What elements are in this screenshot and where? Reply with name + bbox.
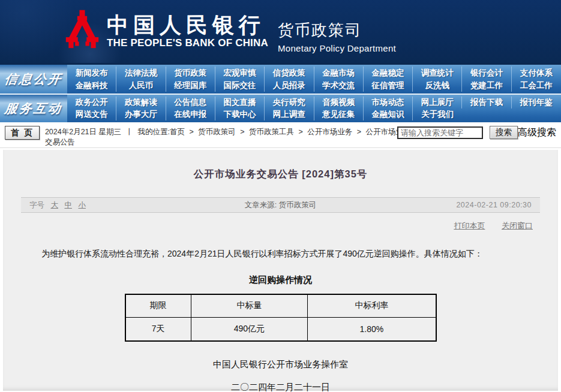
nav-item-macroprudential[interactable]: 宏观审慎 [215, 67, 265, 79]
article-panel: 公开市场业务交易公告 [2024]第35号 字号 大 中 小 文章来源: 货币政… [3, 150, 558, 391]
nav-item-online-notices[interactable]: 网送文告 [67, 108, 116, 120]
nav-item-audio-video[interactable]: 音频视频 [314, 97, 364, 108]
nav-item-recruitment[interactable]: 人员招录 [265, 79, 314, 92]
nav-item-financial-market[interactable]: 金融市场 [314, 67, 364, 79]
nav-item-bank-accounting[interactable]: 银行会计 [462, 67, 511, 79]
nav-item-statistics[interactable]: 调查统计 [413, 67, 462, 79]
breadcrumb-separator: > [357, 128, 361, 136]
home-button[interactable]: 首 页 [5, 126, 40, 140]
nav-row: 网送文告 办事大厅 在线申报 下载中心 网上调查 意见征集 金融知识 关于我们 [67, 108, 561, 120]
breadcrumb-link-open-market[interactable]: 公开市场业务 [307, 128, 352, 136]
col-header-rate: 中标利率 [308, 294, 436, 318]
table-title: 逆回购操作情况 [3, 275, 558, 286]
font-size-medium-link[interactable]: 中 [64, 201, 72, 209]
cell-volume: 490亿元 [191, 318, 308, 341]
col-header-volume: 中标量 [191, 294, 308, 318]
nav-item-about-us[interactable]: 关于我们 [413, 108, 462, 120]
main-navigation: 信息公开 新闻发布 法律法规 货币政策 宏观审慎 信贷政策 金融市场 金融稳定 … [0, 63, 561, 122]
nav-item-credit-policy[interactable]: 信贷政策 [265, 67, 314, 79]
nav-item-announcements[interactable]: 公告信息 [166, 97, 215, 108]
nav-item-party-building[interactable]: 党建工作 [462, 79, 511, 92]
nav-item-service-hall[interactable]: 办事大厅 [116, 108, 166, 120]
nav-item-report-download[interactable]: 报告下载 [462, 97, 511, 108]
search-area: 搜索 高级搜索 [397, 126, 556, 139]
close-window-link[interactable]: 关闭窗口 [502, 221, 533, 230]
breadcrumb-location-label: 我的位置:首页 [138, 128, 185, 136]
nav-row: 新闻发布 法律法规 货币政策 宏观审慎 信贷政策 金融市场 金融稳定 调查统计 … [67, 67, 561, 79]
nav-section-info-disclosure: 信息公开 新闻发布 法律法规 货币政策 宏观审慎 信贷政策 金融市场 金融稳定 … [0, 65, 561, 94]
nav-item-news[interactable]: 新闻发布 [67, 67, 116, 79]
nav-item-anti-money-laundering[interactable]: 反洗钱 [413, 79, 462, 92]
nav-section-service-interaction: 服务互动 政务公开 政策解读 公告信息 图文直播 央行研究 音频视频 市场动态 … [0, 94, 561, 122]
nav-item-academic[interactable]: 学术交流 [314, 79, 364, 92]
article-title: 公开市场业务交易公告 [2024]第35号 [3, 168, 558, 181]
department-name-en: Monetary Policy Department [278, 43, 396, 53]
nav-item-opinion-solicitation[interactable]: 意见征集 [314, 108, 364, 120]
col-header-term: 期限 [125, 294, 191, 318]
nav-row: 金融科技 人民币 经理国库 国际交往 人员招录 学术交流 征信管理 反洗钱 党建… [67, 79, 561, 92]
cell-term: 7天 [125, 318, 191, 341]
nav-item-treasury[interactable]: 经理国库 [166, 79, 215, 92]
nav-item-empty [462, 108, 511, 120]
breadcrumb-link-tools[interactable]: 货币政策工具 [249, 128, 294, 136]
nav-item-online-exhibition[interactable]: 网上展厅 [413, 97, 462, 108]
article-sign-date: 二〇二四年二月二十一日 [3, 382, 558, 392]
breadcrumb-separator: > [189, 128, 193, 136]
breadcrumb-link-dept[interactable]: 货币政策司 [198, 128, 236, 136]
department-title-block: 货币政策司 Monetary Policy Department [278, 10, 396, 53]
nav-item-online-survey[interactable]: 网上调查 [265, 108, 314, 120]
nav-item-laws[interactable]: 法律法规 [116, 67, 166, 79]
advanced-search-link[interactable]: 高级搜索 [518, 126, 556, 139]
nav-section-label-service: 服务互动 [0, 95, 67, 122]
nav-item-online-filing[interactable]: 在线申报 [166, 108, 215, 120]
nav-item-renminbi[interactable]: 人民币 [116, 79, 166, 92]
nav-item-monetary-policy[interactable]: 货币政策 [166, 67, 215, 79]
font-size-large-link[interactable]: 大 [50, 201, 58, 209]
article-meta-bar: 字号 大 中 小 文章来源: 货币政策司 2024-02-21 09:20:30 [21, 197, 540, 213]
page-actions: 打印本页 关闭窗口 [3, 221, 533, 231]
table-header-row: 期限 中标量 中标利率 [125, 294, 436, 318]
article-body: 为维护银行体系流动性合理充裕，2024年2月21日人民银行以利率招标方式开展了4… [25, 248, 536, 261]
nav-item-union-work[interactable]: 工会工作 [512, 79, 561, 92]
breadcrumb-pipe: 丨 [126, 128, 134, 136]
nav-item-live-broadcast[interactable]: 图文直播 [215, 97, 265, 108]
current-date: 2024年2月21日 星期三 [45, 128, 121, 136]
cell-rate: 1.80% [308, 318, 436, 341]
nav-item-periodicals[interactable]: 报刊年鉴 [512, 97, 561, 108]
breadcrumb-bar: 首 页 2024年2月21日 星期三 丨 我的位置:首页 > 货币政策司 > 货… [0, 122, 561, 148]
nav-item-international[interactable]: 国际交往 [215, 79, 265, 92]
bank-title-block: 中国人民银行 THE PEOPLE'S BANK OF CHINA [107, 14, 268, 50]
nav-menu-service: 政务公开 政策解读 公告信息 图文直播 央行研究 音频视频 市场动态 网上展厅 … [67, 95, 561, 122]
nav-item-gov-disclosure[interactable]: 政务公开 [67, 97, 116, 108]
article-datetime: 2024-02-21 09:20:30 [456, 201, 532, 209]
search-input[interactable] [397, 126, 483, 139]
bank-name-cn: 中国人民银行 [107, 14, 268, 37]
bank-name-en: THE PEOPLE'S BANK OF CHINA [107, 37, 268, 49]
nav-item-download-center[interactable]: 下载中心 [215, 108, 265, 120]
font-size-control: 字号 大 中 小 [29, 200, 86, 210]
pbc-emblem-icon [65, 10, 100, 54]
nav-section-label-info: 信息公开 [0, 65, 67, 94]
nav-item-payment-system[interactable]: 支付体系 [512, 67, 561, 79]
font-size-label: 字号 [29, 201, 44, 209]
nav-item-financial-stability[interactable]: 金融稳定 [364, 67, 413, 79]
nav-section-label-text: 服务互动 [4, 100, 64, 117]
site-header: 中国人民银行 THE PEOPLE'S BANK OF CHINA 货币政策司 … [0, 0, 561, 63]
nav-item-credit-reporting[interactable]: 征信管理 [364, 79, 413, 92]
nav-item-policy-interpretation[interactable]: 政策解读 [116, 97, 166, 108]
nav-item-financial-knowledge[interactable]: 金融知识 [364, 108, 413, 120]
nav-item-central-bank-research[interactable]: 央行研究 [265, 97, 314, 108]
nav-item-fintech[interactable]: 金融科技 [67, 79, 116, 92]
breadcrumb-separator: > [240, 128, 244, 136]
article-signature: 中国人民银行公开市场业务操作室 [3, 359, 558, 370]
search-button[interactable]: 搜索 [490, 126, 518, 139]
breadcrumb-separator: > [299, 128, 303, 136]
font-size-small-link[interactable]: 小 [78, 201, 86, 209]
nav-item-market-dynamics[interactable]: 市场动态 [364, 97, 413, 108]
print-page-link[interactable]: 打印本页 [454, 221, 485, 230]
table-row: 7天 490亿元 1.80% [125, 318, 436, 341]
nav-menu-info: 新闻发布 法律法规 货币政策 宏观审慎 信贷政策 金融市场 金融稳定 调查统计 … [67, 65, 561, 94]
nav-item-empty [512, 108, 561, 120]
department-name-cn: 货币政策司 [278, 20, 396, 41]
breadcrumb: 2024年2月21日 星期三 丨 我的位置:首页 > 货币政策司 > 货币政策工… [45, 127, 412, 147]
